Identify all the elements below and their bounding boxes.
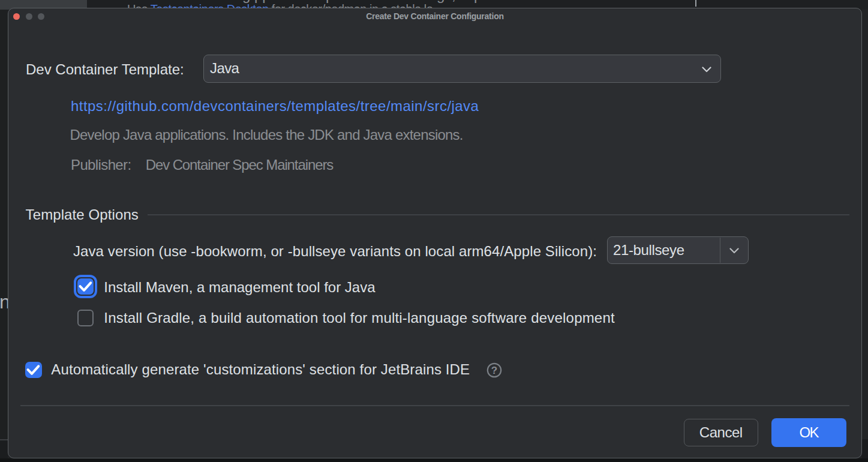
svg-text:?: ? bbox=[491, 365, 497, 376]
